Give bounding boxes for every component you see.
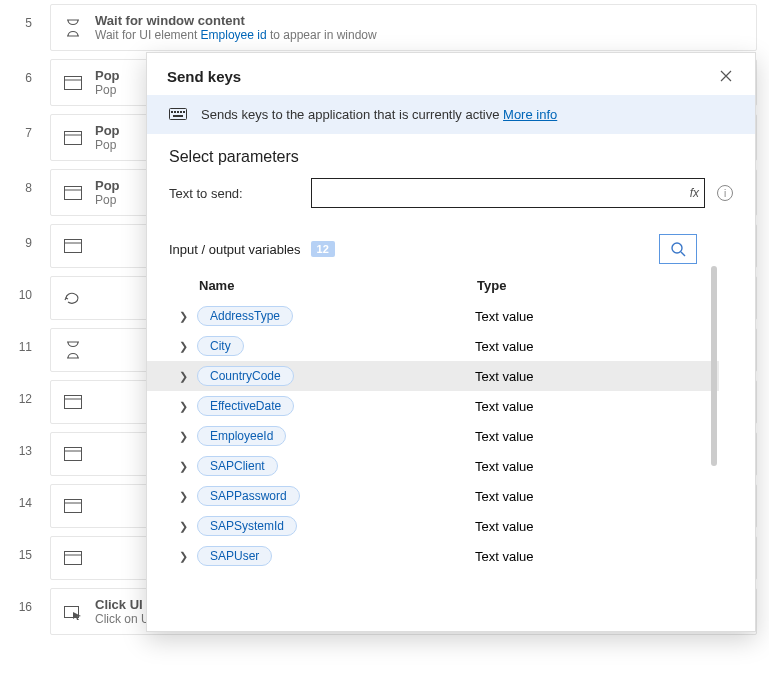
variables-panel: Input / output variables 12 Name Type ❯A… xyxy=(147,228,719,571)
variable-pill[interactable]: City xyxy=(197,336,244,356)
variable-pill[interactable]: SAPUser xyxy=(197,546,272,566)
variables-count-badge: 12 xyxy=(311,241,335,257)
chevron-right-icon[interactable]: ❯ xyxy=(169,460,197,473)
svg-rect-20 xyxy=(177,111,179,113)
svg-point-24 xyxy=(672,243,682,253)
variable-pill[interactable]: EffectiveDate xyxy=(197,396,294,416)
step-number: 6 xyxy=(0,59,50,106)
variable-row[interactable]: ❯SAPPasswordText value xyxy=(147,481,719,511)
banner-text: Sends keys to the application that is cu… xyxy=(201,107,557,122)
section-heading: Select parameters xyxy=(147,134,755,170)
variable-type: Text value xyxy=(475,549,697,564)
scrollbar-thumb[interactable] xyxy=(711,266,717,466)
window-icon xyxy=(63,128,83,148)
variable-row[interactable]: ❯SAPClientText value xyxy=(147,451,719,481)
step-number: 7 xyxy=(0,114,50,161)
variable-pill[interactable]: EmployeeId xyxy=(197,426,286,446)
step-number: 11 xyxy=(0,328,50,372)
dialog-banner: Sends keys to the application that is cu… xyxy=(147,95,755,134)
svg-rect-21 xyxy=(180,111,182,113)
svg-line-25 xyxy=(681,252,685,256)
step-title: Wait for window content xyxy=(95,13,377,28)
variable-type: Text value xyxy=(475,309,697,324)
hourglass-icon xyxy=(63,340,83,360)
step-number: 14 xyxy=(0,484,50,528)
variable-pill[interactable]: AddressType xyxy=(197,306,293,326)
chevron-right-icon[interactable]: ❯ xyxy=(169,430,197,443)
col-header-name: Name xyxy=(199,278,477,293)
svg-rect-17 xyxy=(170,108,187,119)
svg-rect-14 xyxy=(65,552,82,565)
variable-row[interactable]: ❯CountryCodeText value xyxy=(147,361,719,391)
search-button[interactable] xyxy=(659,234,697,264)
step-number: 15 xyxy=(0,536,50,580)
click-icon xyxy=(63,602,83,622)
svg-rect-6 xyxy=(65,240,82,253)
step-subtitle: Pop xyxy=(95,193,120,207)
chevron-right-icon[interactable]: ❯ xyxy=(169,520,197,533)
window-icon xyxy=(63,548,83,568)
variable-pill[interactable]: SAPSystemId xyxy=(197,516,297,536)
step-title: Pop xyxy=(95,123,120,138)
more-info-link[interactable]: More info xyxy=(503,107,557,122)
variable-row[interactable]: ❯EmployeeIdText value xyxy=(147,421,719,451)
variable-row[interactable]: ❯AddressTypeText value xyxy=(147,301,719,331)
window-icon xyxy=(63,236,83,256)
window-icon xyxy=(63,392,83,412)
variables-table-header: Name Type xyxy=(147,270,719,301)
svg-rect-0 xyxy=(65,76,82,89)
chevron-right-icon[interactable]: ❯ xyxy=(169,340,197,353)
info-icon[interactable]: i xyxy=(717,185,733,201)
variable-row[interactable]: ❯EffectiveDateText value xyxy=(147,391,719,421)
svg-rect-18 xyxy=(171,111,173,113)
svg-rect-22 xyxy=(183,111,185,113)
keyboard-icon xyxy=(169,108,187,122)
step-title: Pop xyxy=(95,68,120,83)
step-number: 9 xyxy=(0,224,50,268)
variable-type: Text value xyxy=(475,429,697,444)
param-label: Text to send: xyxy=(169,186,299,201)
variable-pill[interactable]: SAPPassword xyxy=(197,486,300,506)
step-subtitle: Pop xyxy=(95,138,120,152)
step-title: Pop xyxy=(95,178,120,193)
svg-rect-12 xyxy=(65,500,82,513)
send-keys-dialog: Send keys Sends keys to the application … xyxy=(146,52,756,632)
chevron-right-icon[interactable]: ❯ xyxy=(169,400,197,413)
svg-rect-23 xyxy=(173,115,183,117)
variable-row[interactable]: ❯CityText value xyxy=(147,331,719,361)
variable-row[interactable]: ❯SAPSystemIdText value xyxy=(147,511,719,541)
svg-rect-2 xyxy=(65,131,82,144)
chevron-right-icon[interactable]: ❯ xyxy=(169,550,197,563)
chevron-right-icon[interactable]: ❯ xyxy=(169,370,197,383)
step-subtitle: Wait for UI element Employee id to appea… xyxy=(95,28,377,42)
variable-pill[interactable]: SAPClient xyxy=(197,456,278,476)
close-icon[interactable] xyxy=(717,67,735,85)
step-row[interactable]: 5Wait for window contentWait for UI elem… xyxy=(0,0,769,55)
variable-type: Text value xyxy=(475,459,697,474)
fx-button[interactable]: fx xyxy=(690,186,699,200)
hourglass-icon xyxy=(63,18,83,38)
svg-rect-4 xyxy=(65,186,82,199)
variable-type: Text value xyxy=(475,399,697,414)
step-number: 13 xyxy=(0,432,50,476)
variable-row[interactable]: ❯SAPUserText value xyxy=(147,541,719,571)
variables-header: Input / output variables xyxy=(169,242,301,257)
window-icon xyxy=(63,444,83,464)
step-number: 10 xyxy=(0,276,50,320)
step-subtitle: Pop xyxy=(95,83,120,97)
dialog-title: Send keys xyxy=(167,68,241,85)
window-icon xyxy=(63,496,83,516)
col-header-type: Type xyxy=(477,278,697,293)
chevron-right-icon[interactable]: ❯ xyxy=(169,310,197,323)
step-card[interactable]: Wait for window contentWait for UI eleme… xyxy=(50,4,757,51)
step-number: 12 xyxy=(0,380,50,424)
loop-icon xyxy=(63,288,83,308)
svg-rect-10 xyxy=(65,448,82,461)
window-icon xyxy=(63,183,83,203)
variable-pill[interactable]: CountryCode xyxy=(197,366,294,386)
variable-type: Text value xyxy=(475,519,697,534)
svg-rect-19 xyxy=(174,111,176,113)
step-link[interactable]: Employee id xyxy=(201,28,267,42)
text-to-send-input[interactable] xyxy=(311,178,705,208)
chevron-right-icon[interactable]: ❯ xyxy=(169,490,197,503)
